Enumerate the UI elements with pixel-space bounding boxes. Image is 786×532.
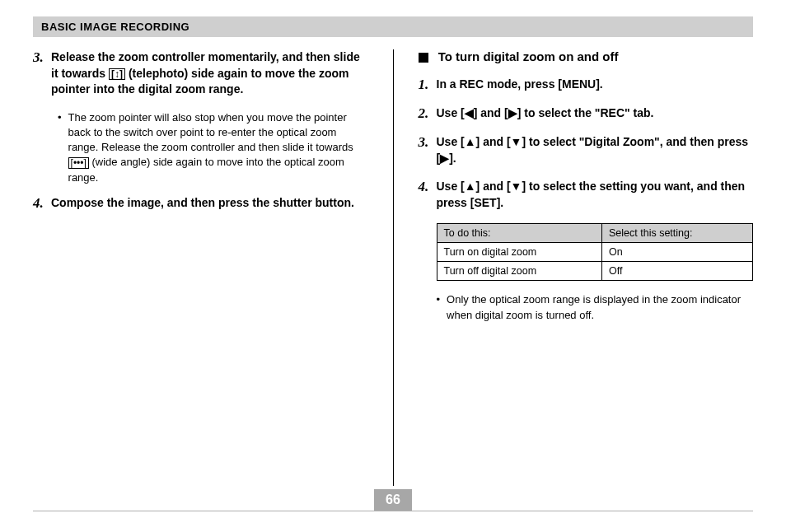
right-note-bullet: Only the optical zoom range is displayed…	[437, 292, 754, 322]
step3-c: ].	[449, 152, 456, 165]
table-row: Turn off digital zoom Off	[437, 262, 753, 281]
right-step-1-text: In a REC mode, press [MENU].	[437, 77, 603, 93]
right-step-2-text: Use [◀] and [▶] to select the "REC" tab.	[437, 105, 654, 122]
step-3-bullet-a: The zoom pointer will also stop when you…	[68, 111, 353, 153]
step-number-4: 4.	[33, 195, 51, 212]
right-step-number-3: 3.	[419, 134, 437, 166]
square-bullet-icon	[419, 53, 428, 63]
step2-mid: ] and [	[474, 106, 508, 119]
right-step-4-text: Use [▲] and [▼] to select the setting yo…	[437, 179, 754, 211]
arrow-up-icon: ▲	[465, 135, 476, 148]
step-3-bullet-b: (wide angle) side again to move into the…	[68, 156, 344, 183]
step-3-text: Release the zoom controller momentarily,…	[51, 49, 368, 98]
step2-b: ] to select the "REC" tab.	[517, 106, 654, 119]
step-3: 3. Release the zoom controller momentari…	[33, 49, 368, 98]
right-step-number-4: 4.	[419, 179, 437, 211]
right-step-3-text: Use [▲] and [▼] to select "Digital Zoom"…	[437, 134, 754, 166]
right-step-number-1: 1.	[419, 77, 437, 93]
step4-a: Use [	[437, 180, 465, 193]
table-cell: Turn on digital zoom	[437, 243, 602, 262]
heading-text: To turn digital zoom on and off	[438, 49, 619, 63]
step-4-text: Compose the image, and then press the sh…	[51, 195, 354, 212]
table-header-2: Select this setting:	[602, 224, 753, 243]
right-step-2: 2. Use [◀] and [▶] to select the "REC" t…	[419, 105, 754, 122]
right-step-number-2: 2.	[419, 105, 437, 122]
arrow-up-icon: ▲	[465, 180, 476, 193]
document-page: BASIC IMAGE RECORDING 3. Release the zoo…	[0, 0, 786, 532]
table-cell: Off	[602, 262, 753, 281]
left-column: 3. Release the zoom controller momentari…	[33, 49, 393, 486]
table-header-1: To do this:	[437, 224, 602, 243]
table-cell: Turn off digital zoom	[437, 262, 602, 281]
arrow-right-icon: ▶	[508, 106, 517, 119]
step3-mid: ] and [	[476, 135, 511, 148]
section-header: BASIC IMAGE RECORDING	[33, 16, 753, 37]
arrow-down-icon: ▼	[511, 180, 522, 193]
section-heading: To turn digital zoom on and off	[419, 49, 754, 63]
right-step-1: 1. In a REC mode, press [MENU].	[419, 77, 754, 93]
step2-a: Use [	[437, 106, 465, 119]
arrow-right-icon: ▶	[440, 152, 449, 165]
step3-a: Use [	[437, 135, 465, 148]
settings-table: To do this: Select this setting: Turn on…	[437, 223, 754, 281]
step-4: 4. Compose the image, and then press the…	[33, 195, 368, 212]
step4-mid: ] and [	[476, 180, 511, 193]
table-row: Turn on digital zoom On	[437, 243, 753, 262]
table-cell: On	[602, 243, 753, 262]
table-header-row: To do this: Select this setting:	[437, 224, 753, 243]
step-number-3: 3.	[33, 49, 51, 98]
right-step-3: 3. Use [▲] and [▼] to select "Digital Zo…	[419, 134, 754, 166]
arrow-left-icon: ◀	[465, 106, 474, 119]
page-number: 66	[374, 489, 412, 511]
step-3-bullet: The zoom pointer will also stop when you…	[58, 110, 368, 185]
wide-angle-icon: [•••]	[68, 157, 89, 169]
content-columns: 3. Release the zoom controller momentari…	[33, 49, 753, 486]
step-3-bullet-text: The zoom pointer will also stop when you…	[68, 110, 368, 185]
right-step-4: 4. Use [▲] and [▼] to select the setting…	[419, 179, 754, 211]
telephoto-icon: [↕]	[109, 68, 125, 80]
page-footer: 66	[33, 489, 753, 511]
footer-rule	[33, 511, 753, 511]
arrow-down-icon: ▼	[511, 135, 522, 148]
right-column: To turn digital zoom on and off 1. In a …	[394, 49, 754, 486]
right-note-text: Only the optical zoom range is displayed…	[447, 292, 753, 322]
